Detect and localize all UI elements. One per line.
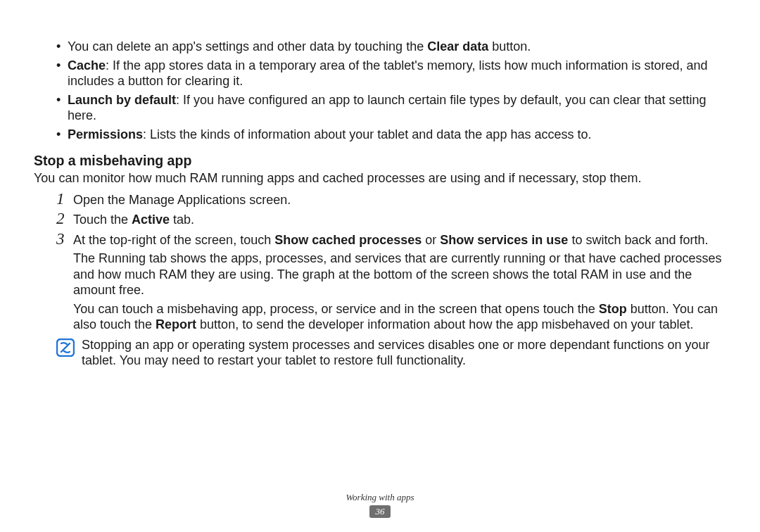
text: : If the app stores data in a temporary … — [68, 58, 708, 89]
text: You can delete an app's settings and oth… — [68, 39, 427, 53]
text: tab. — [170, 213, 194, 227]
bold-term: Clear data — [427, 39, 488, 53]
text: Touch the Active tab. — [73, 212, 726, 228]
bold-term: Launch by default — [68, 93, 176, 107]
note-icon — [56, 338, 75, 357]
bullet-clear-data: You can delete an app's settings and oth… — [56, 39, 726, 55]
bold-term: Stop — [599, 302, 627, 316]
page-footer: Working with apps 36 — [0, 492, 760, 518]
bold-term: Report — [156, 317, 196, 331]
bold-term: Permissions — [68, 127, 143, 141]
step-body: Touch the Active tab. — [73, 212, 726, 228]
step-body: At the top-right of the screen, touch Sh… — [73, 232, 726, 333]
footer-section-title: Working with apps — [0, 492, 760, 503]
text: You can touch a misbehaving app, process… — [73, 302, 599, 316]
note-text: Stopping an app or operating system proc… — [82, 337, 726, 369]
page-number-badge: 36 — [369, 505, 391, 518]
feature-bullet-list: You can delete an app's settings and oth… — [34, 39, 726, 142]
text: or — [422, 233, 440, 247]
content-area: You can delete an app's settings and oth… — [34, 39, 726, 369]
step-1: 1 Open the Manage Applications screen. — [56, 192, 726, 208]
step-number: 1 — [56, 189, 70, 210]
text: The Running tab shows the apps, processe… — [73, 251, 726, 298]
section-intro: You can monitor how much RAM running app… — [34, 170, 726, 186]
text: Touch the — [73, 213, 132, 227]
step-number: 2 — [56, 209, 70, 229]
bullet-launch-by-default: Launch by default: If you have configure… — [56, 92, 726, 124]
text: to switch back and forth. — [568, 233, 708, 247]
svg-line-1 — [61, 343, 70, 352]
section-heading: Stop a misbehaving app — [34, 152, 726, 169]
text: At the top-right of the screen, touch — [73, 233, 274, 247]
text: button, to send the developer informatio… — [196, 317, 693, 331]
note-block: Stopping an app or operating system proc… — [34, 337, 726, 369]
step-body: Open the Manage Applications screen. — [73, 192, 726, 208]
steps-list: 1 Open the Manage Applications screen. 2… — [34, 192, 726, 333]
bold-term: Cache — [68, 58, 106, 72]
text: Open the Manage Applications screen. — [73, 192, 726, 208]
step-3: 3 At the top-right of the screen, touch … — [56, 232, 726, 333]
bold-term: Show services in use — [440, 233, 568, 247]
text: At the top-right of the screen, touch Sh… — [73, 232, 726, 248]
bold-term: Active — [132, 213, 170, 227]
bullet-permissions: Permissions: Lists the kinds of informat… — [56, 127, 726, 143]
bullet-cache: Cache: If the app stores data in a tempo… — [56, 58, 726, 89]
text: : Lists the kinds of information about y… — [143, 127, 591, 141]
step-2: 2 Touch the Active tab. — [56, 212, 726, 228]
text: You can touch a misbehaving app, process… — [73, 301, 726, 333]
bold-term: Show cached processes — [274, 233, 422, 247]
step-number: 3 — [56, 229, 70, 250]
text: button. — [488, 39, 531, 53]
page-container: You can delete an app's settings and oth… — [0, 0, 760, 532]
